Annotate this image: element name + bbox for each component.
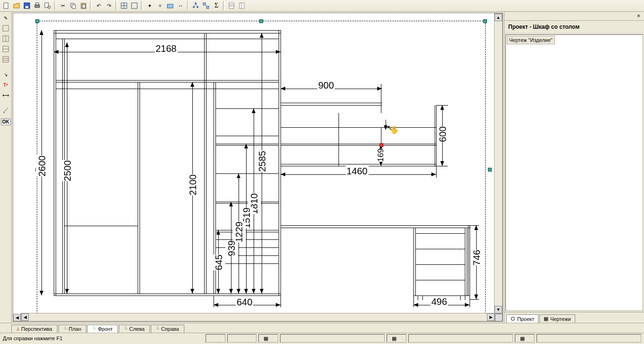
redo-icon[interactable]: ↷ [104,0,114,11]
drawing-canvas[interactable]: 2168 900 1460 600 169 [13,13,503,322]
scroll-right-icon[interactable]: ▶ [487,313,495,321]
scroll-up-icon[interactable]: ▲ [495,14,502,21]
tool5-icon[interactable] [1,55,10,64]
svg-rect-33 [3,57,8,62]
scroll-down-icon[interactable]: ▼ [495,306,502,313]
status-cell-icon: ▦ [515,334,535,343]
scroll-corner [495,314,503,321]
paste-icon[interactable] [78,0,89,11]
select-tool-icon[interactable]: ✎ [1,13,10,23]
tab-label: Чертежи [550,316,571,322]
dim-900: 900 [317,80,335,91]
print-icon[interactable] [32,0,42,11]
sheet2-icon[interactable] [237,0,247,11]
svg-rect-15 [167,4,173,8]
svg-rect-10 [83,5,85,8]
undo-icon[interactable]: ↶ [93,0,104,11]
tab-drawings[interactable]: ▦ Чертежи [539,314,575,323]
tool2-icon[interactable] [1,24,10,33]
panel-body: Чертеж "Изделие" [505,34,643,311]
new-icon[interactable] [1,0,11,11]
status-cell-icon: ▦ [258,334,278,343]
tab-perspective[interactable]: ⅄ Перспектива [11,325,58,333]
tab-label: Справа [161,326,179,332]
open-icon[interactable] [11,0,22,11]
svg-point-18 [197,6,198,8]
tree-icon[interactable] [190,0,201,11]
scrollbar-horizontal[interactable]: ◀ ▶ [21,313,495,321]
svg-rect-5 [45,3,49,8]
status-cell [537,334,641,343]
svg-rect-23 [229,3,234,8]
dim-2585: 2585 [256,151,269,172]
axis-icon: └ [156,327,159,332]
grid2-icon[interactable] [129,0,140,11]
tab-label: Перспектива [21,326,52,332]
status-bar: Для справки нажмите F1 ▦ ▦ ▦ [0,333,644,344]
tool4-icon[interactable] [1,44,10,54]
tool3-icon[interactable] [1,34,10,43]
dim-1229: 1229 [233,221,246,243]
wiz3-icon[interactable] [165,0,175,11]
sel-handle[interactable] [483,19,487,23]
dim-746: 746 [471,250,483,265]
status-cell [227,334,256,343]
scroll-left-icon[interactable]: ◀ [21,313,29,321]
scroll-origin[interactable]: ◀ [13,314,21,321]
tab-front[interactable]: └ Фронт [87,325,118,333]
tab-label: Фронт [98,326,113,332]
sum-icon[interactable]: Σ [211,0,222,11]
tab-right[interactable]: └ Справа [151,325,184,333]
axis-icon: └ [92,327,96,332]
dim-tool-icon[interactable]: ⟷ [1,90,10,100]
svg-rect-2 [25,6,28,8]
panel-close-icon[interactable]: × [635,13,642,19]
svg-point-17 [193,6,195,8]
measure-tool-icon[interactable] [1,106,10,115]
copy-icon[interactable] [68,0,78,11]
left-toolbar: ✎ ↘ T▾ ⟷ OK [0,12,12,323]
sel-handle[interactable] [488,168,492,172]
snap-point [380,143,383,147]
sel-handle[interactable] [259,19,263,23]
tree-item-drawing[interactable]: Чертеж "Изделие" [507,36,555,44]
drawing-content: 2168 900 1460 600 169 [18,14,493,312]
scrollbar-vertical[interactable]: ▲ ▼ [494,13,503,314]
svg-line-19 [194,4,196,6]
print-preview-icon[interactable] [42,0,53,11]
save-icon[interactable] [22,0,32,11]
line-tool-icon[interactable]: ↘ [1,70,10,79]
status-cell [280,334,385,343]
tab-plan[interactable]: └ План [58,325,87,333]
tree-icon: ⌬ [511,316,515,322]
svg-rect-14 [132,3,137,8]
sel-handle[interactable] [35,19,39,23]
tab-left[interactable]: └ Слева [119,325,149,333]
tab-label: План [69,326,82,332]
svg-line-36 [3,108,8,113]
sheet1-icon[interactable] [226,0,237,11]
ok-button[interactable]: OK [1,118,11,125]
wiz4-icon[interactable]: ↔ [175,0,186,11]
svg-rect-3 [35,5,40,8]
wiz1-icon[interactable]: ✦ [144,0,155,11]
dim-640: 640 [236,297,253,308]
axis-icon: ⅄ [17,327,19,332]
group-icon[interactable] [201,0,211,11]
axis-icon: └ [64,327,67,332]
cut-icon[interactable]: ✂ [58,0,68,11]
svg-rect-26 [239,3,244,8]
dim-600: 600 [437,126,449,142]
panel-header: Проект - Шкаф со столом [504,21,644,33]
dim-2600: 2600 [36,156,49,177]
wiz2-icon[interactable]: ✧ [155,0,165,11]
main-toolbar: ✂ ↶ ↷ ✦ ✧ ↔ Σ [0,0,644,12]
svg-rect-8 [72,5,75,8]
svg-line-20 [196,4,198,6]
grid1-icon[interactable] [119,0,129,11]
tab-project[interactable]: ⌬ Проект [506,314,538,323]
view-tabs: ⅄ Перспектива └ План └ Фронт └ Слева └ С… [0,323,644,333]
panel-titlebar: × [504,12,644,21]
tab-label: Слева [129,326,144,332]
text-tool-icon[interactable]: T▾ [1,80,10,90]
